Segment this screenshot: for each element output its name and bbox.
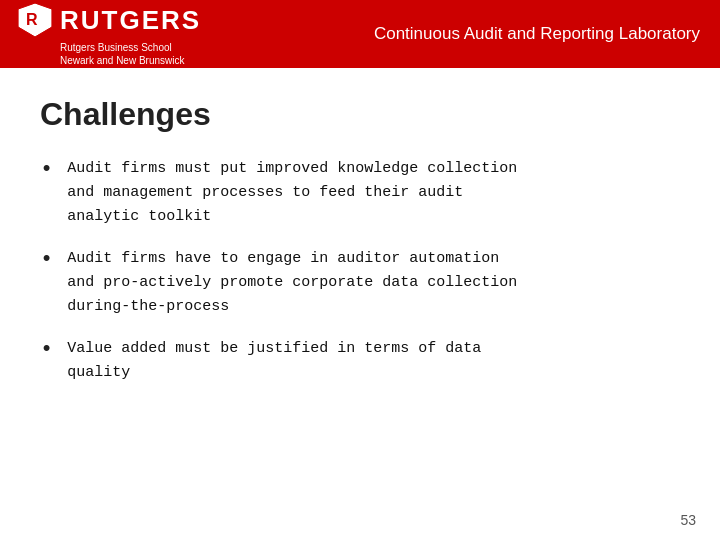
logo-sub1: Rutgers Business School bbox=[60, 42, 172, 53]
header-title: Continuous Audit and Reporting Laborator… bbox=[374, 24, 700, 44]
list-item: • Value added must be justified in terms… bbox=[40, 337, 680, 385]
bullet-dot-icon: • bbox=[40, 245, 53, 276]
rutgers-shield-icon: R bbox=[16, 1, 54, 39]
bullet-text: Value added must be justified in terms o… bbox=[67, 337, 481, 385]
bullet-list: • Audit firms must put improved knowledg… bbox=[40, 157, 680, 385]
bullet-dot-icon: • bbox=[40, 335, 53, 366]
logo-rutgers: R RUTGERS bbox=[16, 1, 201, 39]
logo-name: RUTGERS bbox=[60, 5, 201, 36]
page-number: 53 bbox=[680, 512, 696, 528]
bullet-text: Audit firms have to engage in auditor au… bbox=[67, 247, 517, 319]
header: R RUTGERS Rutgers Business School Newark… bbox=[0, 0, 720, 68]
bullet-dot-icon: • bbox=[40, 155, 53, 186]
logo-sub2: Newark and New Brunswick bbox=[60, 55, 185, 66]
list-item: • Audit firms have to engage in auditor … bbox=[40, 247, 680, 319]
logo-subtitle: Rutgers Business School Newark and New B… bbox=[16, 41, 185, 67]
main-content: Challenges • Audit firms must put improv… bbox=[0, 68, 720, 423]
logo-area: R RUTGERS Rutgers Business School Newark… bbox=[16, 1, 201, 67]
bullet-text: Audit firms must put improved knowledge … bbox=[67, 157, 517, 229]
page-title: Challenges bbox=[40, 96, 680, 133]
list-item: • Audit firms must put improved knowledg… bbox=[40, 157, 680, 229]
svg-text:R: R bbox=[26, 11, 38, 28]
